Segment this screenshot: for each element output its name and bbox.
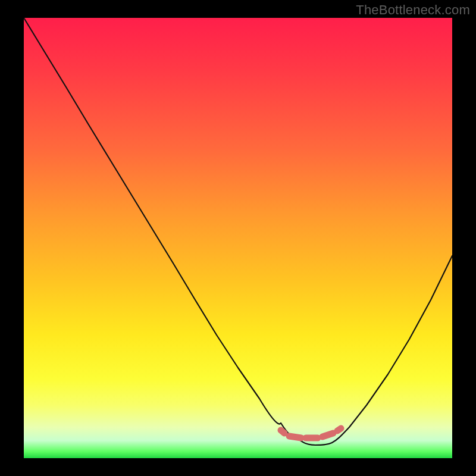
optimal-range-marker [281,428,341,438]
chart-frame: TheBottleneck.com [0,0,476,476]
watermark-text: TheBottleneck.com [356,2,470,18]
curve-layer [24,18,452,458]
plot-area [24,18,452,458]
bottleneck-curve [24,18,452,445]
